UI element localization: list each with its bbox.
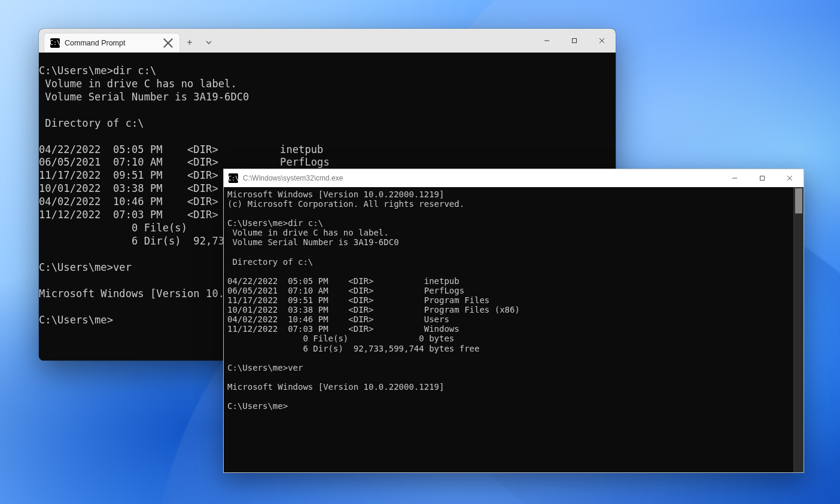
conhost-window: C:\ C:\Windows\system32\cmd.exe Microsof…: [223, 169, 804, 473]
tab-command-prompt[interactable]: C:\ Command Prompt: [44, 33, 180, 52]
cmd-icon: C:\: [229, 173, 238, 183]
window-caption-buttons: [721, 169, 804, 187]
close-icon: [599, 38, 605, 44]
conhost-titlebar[interactable]: C:\ C:\Windows\system32\cmd.exe: [224, 169, 804, 187]
maximize-button[interactable]: [561, 29, 588, 53]
svg-rect-0: [573, 39, 577, 43]
terminal-output: Microsoft Windows [Version 10.0.22000.12…: [224, 187, 804, 411]
window-caption-buttons: [533, 29, 616, 52]
close-icon: [163, 38, 174, 48]
conhost-body[interactable]: Microsoft Windows [Version 10.0.22000.12…: [224, 187, 804, 472]
scrollbar-thumb[interactable]: [795, 188, 802, 213]
new-tab-button[interactable]: +: [180, 33, 199, 52]
minimize-icon: [544, 38, 550, 44]
tab-title: Command Prompt: [65, 39, 158, 47]
window-title: C:\Windows\system32\cmd.exe: [243, 174, 343, 182]
maximize-icon: [571, 38, 577, 44]
close-icon: [787, 175, 793, 181]
close-button[interactable]: [588, 29, 616, 53]
tab-dropdown-button[interactable]: [199, 33, 218, 52]
titlebar-drag-region[interactable]: [218, 29, 533, 52]
chevron-down-icon: [206, 39, 212, 45]
maximize-button[interactable]: [748, 169, 776, 187]
tab-close-button[interactable]: [163, 38, 174, 48]
minimize-icon: [732, 175, 738, 181]
maximize-icon: [759, 175, 765, 181]
cmd-icon: C:\: [50, 38, 60, 48]
minimize-button[interactable]: [721, 169, 748, 187]
tab-strip: C:\ Command Prompt +: [39, 29, 218, 52]
svg-rect-1: [760, 176, 765, 181]
minimize-button[interactable]: [533, 29, 561, 53]
vertical-scrollbar[interactable]: [793, 187, 804, 472]
close-button[interactable]: [776, 169, 804, 187]
terminal-titlebar[interactable]: C:\ Command Prompt +: [39, 29, 616, 53]
